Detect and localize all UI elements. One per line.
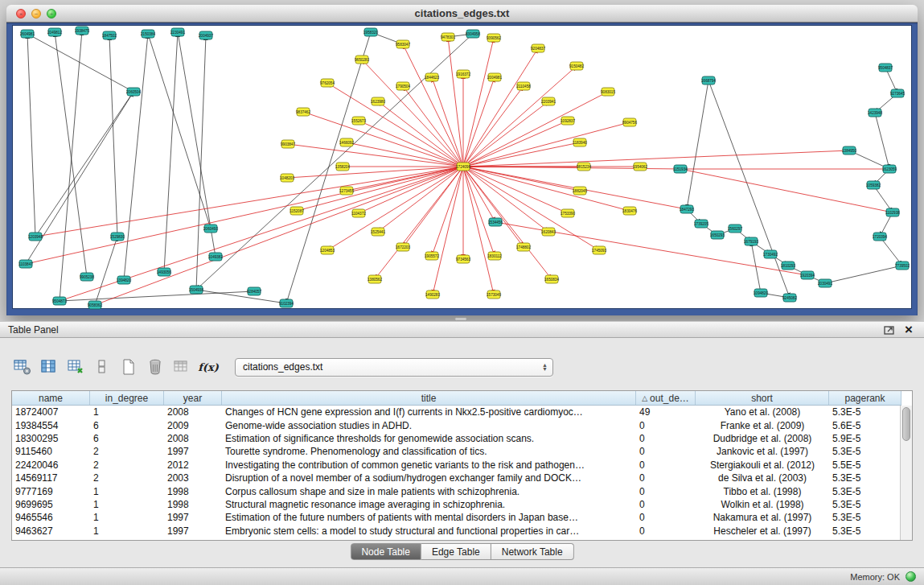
table-row[interactable]: 969969511998Structural magnetic resonanc… [12, 498, 901, 511]
graph-node[interactable]: 1151934 [673, 165, 688, 173]
graph-node[interactable]: 1152087 [290, 207, 304, 215]
graph-node[interactable]: 9204837 [531, 44, 545, 52]
graph-node[interactable]: 1560297 [728, 225, 742, 233]
graph-node[interactable]: 9815234 [577, 163, 591, 171]
column-header-in_degree[interactable]: in_degree [90, 391, 164, 405]
column-header-year[interactable]: year [164, 391, 222, 405]
graph-node[interactable]: 1623059 [882, 165, 897, 173]
column-settings-icon[interactable] [11, 356, 34, 377]
graph-node[interactable]: 1493056 [157, 268, 171, 276]
graph-node[interactable]: 1830476 [622, 207, 637, 215]
tab-edge-table[interactable]: Edge Table [421, 543, 491, 560]
graph-node[interactable]: 8904756 [622, 118, 637, 126]
edit-table-icon[interactable] [64, 356, 87, 377]
graph-node[interactable]: 1380562 [368, 275, 382, 283]
graph-node[interactable]: 1958320 [363, 28, 378, 36]
graph-node[interactable]: 2203941 [541, 97, 556, 105]
graph-node[interactable]: 1882045 [573, 187, 587, 195]
graph-node[interactable]: 9058362 [88, 301, 102, 309]
graph-node[interactable]: 1720394 [873, 233, 887, 241]
graph-node[interactable]: 1423948 [868, 109, 882, 117]
close-window-button[interactable]: × [16, 9, 26, 19]
graph-node[interactable]: 9734563 [456, 255, 470, 263]
graph-node[interactable]: 1847502 [102, 31, 117, 39]
graph-node[interactable]: 1916372 [456, 70, 470, 78]
table-row[interactable]: 911546021997Tourette syndrome. Phenomeno… [12, 445, 901, 458]
graph-node[interactable]: 1552673 [351, 117, 366, 125]
column-header-out_degree[interactable]: △out_de… [636, 391, 696, 405]
table-row[interactable]: 1830029562008Estimation of significance … [12, 432, 901, 445]
graph-node[interactable]: 9504837 [878, 64, 893, 72]
graph-node[interactable]: 9762054 [320, 79, 335, 87]
graph-node[interactable]: 1529830 [110, 233, 125, 241]
graph-node[interactable]: 9390562 [487, 34, 501, 42]
delete-table-icon[interactable] [144, 356, 166, 377]
column-header-title[interactable]: title [222, 391, 636, 405]
graph-node[interactable]: 9650283 [355, 56, 369, 64]
graph-node[interactable]: 9478301 [441, 33, 455, 41]
graph-node[interactable]: 1048203 [280, 174, 294, 182]
graph-node[interactable]: 1753390 [561, 209, 575, 217]
graph-node[interactable]: 1203948 [28, 233, 43, 241]
graph-node[interactable]: 2060504 [126, 88, 141, 96]
column-header-name[interactable]: name [12, 391, 90, 405]
import-table-icon[interactable] [170, 356, 193, 377]
graph-node[interactable]: 2150384 [141, 30, 155, 38]
graph-node[interactable]: 1183940 [573, 138, 587, 146]
graph-node[interactable]: 1534456 [488, 218, 503, 226]
graph-node[interactable]: 1790504 [396, 82, 410, 90]
graph-node[interactable]: 1739205 [694, 220, 708, 228]
column-header-pagerank[interactable]: pagerank [829, 391, 901, 405]
table-row[interactable]: 1872400712008Changes of HCN gene express… [12, 406, 901, 418]
graph-node[interactable]: 2004937 [199, 31, 213, 39]
graph-node[interactable]: 9150482 [569, 62, 584, 70]
table-selector[interactable]: citations_edges.txt ▲▼ [235, 358, 553, 377]
graph-node[interactable]: 1573049 [487, 290, 501, 299]
column-header-short[interactable]: short [696, 391, 829, 405]
graph-node[interactable]: 9905238 [80, 273, 94, 281]
graph-node[interactable]: 2060493 [203, 225, 218, 233]
graph-node[interactable]: 1620843 [541, 228, 556, 236]
table-row[interactable]: 1456911722003Disruption of a novel membe… [12, 472, 901, 484]
graph-node[interactable]: 1384950 [842, 146, 856, 154]
graph-node[interactable]: 1358204 [335, 163, 350, 171]
graph-node[interactable]: 1668794 [701, 76, 716, 84]
tab-network-table[interactable]: Network Table [491, 543, 574, 560]
graph-node[interactable]: 8304958 [466, 30, 480, 38]
graph-node[interactable]: 2030491 [818, 279, 832, 287]
table-row[interactable]: 1938455462009Genome-wide association stu… [12, 418, 901, 431]
graph-node[interactable]: 7739502 [895, 262, 910, 270]
graph-node[interactable]: 1679193 [744, 237, 758, 245]
graph-node[interactable]: 1490283 [425, 290, 440, 299]
graph-node[interactable]: 1938475 [75, 27, 89, 35]
graph-node[interactable]: 1273455 [339, 187, 354, 195]
graph-node[interactable]: 1730492 [763, 250, 778, 258]
close-panel-icon[interactable]: × [901, 323, 916, 336]
graph-node[interactable]: 1810293 [781, 262, 795, 270]
vertical-scrollbar[interactable] [900, 406, 912, 540]
table-row[interactable]: 946554611997Estimation of the future num… [12, 511, 901, 524]
graph-node[interactable]: 9284057 [247, 287, 261, 295]
graph-node[interactable]: 2004981 [487, 73, 502, 81]
graph-node[interactable]: 2049812 [47, 28, 62, 36]
graph-node[interactable]: 1905572 [425, 252, 439, 260]
minimize-window-button[interactable]: − [31, 9, 41, 19]
table-row[interactable]: 946362711997Embryonic stem cells: a mode… [12, 525, 901, 538]
graph-node[interactable]: 1954062 [633, 163, 647, 171]
scrollbar-thumb[interactable] [902, 407, 910, 441]
graph-node[interactable]: 1103847 [18, 260, 33, 268]
graph-node[interactable]: 1847293 [680, 205, 694, 213]
graph-node[interactable]: 1745093 [592, 246, 606, 254]
graph-node[interactable]: 9273645 [890, 89, 905, 97]
zoom-window-button[interactable]: + [47, 9, 56, 19]
graph-node[interactable]: 1059382 [866, 181, 881, 189]
graph-node[interactable]: 1623980 [371, 97, 385, 105]
graph-node[interactable]: 1844623 [425, 73, 439, 81]
graph-node[interactable]: 1049382 [208, 253, 223, 261]
graph-node[interactable]: 1650293 [710, 231, 725, 239]
graph-node[interactable]: 1748802 [516, 243, 531, 251]
graph-node[interactable]: 9102394 [279, 299, 294, 307]
graph-node[interactable]: 9837462 [296, 108, 310, 116]
graph-node[interactable]: 2230491 [170, 28, 185, 36]
window-titlebar[interactable]: × − + citations_edges.txt [6, 5, 918, 23]
